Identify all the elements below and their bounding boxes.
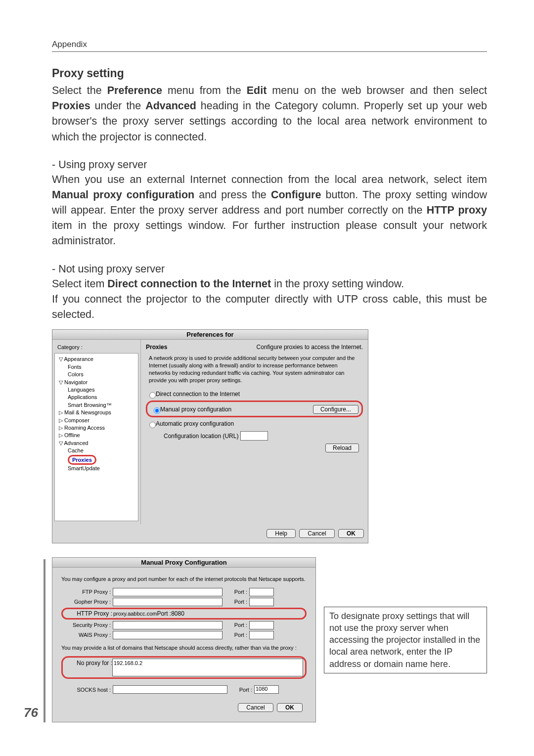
radio-input[interactable]: [154, 407, 160, 414]
page-rule: [44, 559, 45, 722]
http-label: HTTP Proxy :: [65, 610, 112, 617]
security-label: Security Proxy :: [61, 622, 113, 628]
t: Select the: [52, 85, 107, 96]
notusing-head: - Not using proxy server: [52, 263, 487, 275]
tree-item[interactable]: Colors: [57, 371, 136, 378]
configure-button[interactable]: Configure...: [313, 405, 358, 414]
radio-direct[interactable]: Direct connection to the Internet: [146, 389, 363, 400]
noproxy-input[interactable]: 192.168.0.2: [112, 659, 303, 676]
window-title: Preferences for: [52, 330, 368, 340]
ftp-port-input[interactable]: [249, 588, 274, 596]
t: in the proxy setting window.: [271, 278, 404, 290]
t: under the: [90, 100, 145, 112]
port-label: Port :: [157, 610, 171, 617]
window-title: Manual Proxy Configuration: [52, 558, 315, 568]
tree-item[interactable]: SmartUpdate: [57, 465, 136, 472]
url-input[interactable]: [240, 431, 268, 441]
t: and press the: [194, 189, 271, 201]
t: menu from the: [162, 85, 247, 96]
socks-label: SOCKS host :: [61, 687, 113, 693]
port-label: Port :: [222, 632, 249, 638]
socks-port-input[interactable]: 1080: [254, 685, 279, 694]
domains-note: You may provide a list of domains that N…: [61, 644, 307, 651]
tree-item[interactable]: ▷ Roaming Access: [57, 424, 136, 432]
pane-description: A network proxy is used to provide addit…: [146, 355, 363, 389]
ftp-input[interactable]: [113, 588, 222, 596]
ok-button[interactable]: OK: [277, 703, 303, 712]
radio-automatic[interactable]: Automatic proxy configuration: [146, 418, 363, 429]
gopher-label: Gopher Proxy :: [61, 599, 113, 605]
security-input[interactable]: [113, 621, 222, 629]
tree-item[interactable]: Smart Browsing™: [57, 401, 136, 409]
tree-item[interactable]: ▷ Mail & Newsgroups: [57, 409, 136, 416]
wais-port-input[interactable]: [249, 631, 274, 639]
radio-input[interactable]: [149, 422, 156, 428]
t: Configure: [271, 189, 321, 201]
manual-proxy-window: Manual Proxy Configuration You may confi…: [52, 557, 316, 722]
t: Advanced: [145, 100, 196, 112]
security-port-input[interactable]: [249, 621, 274, 629]
pane-subtitle: Configure proxies to access the Internet…: [257, 344, 363, 351]
socks-input[interactable]: [113, 685, 227, 694]
ftp-label: FTP Proxy :: [61, 589, 113, 595]
noproxy-label: No proxy for :: [65, 659, 112, 667]
tree-item[interactable]: Proxies: [57, 455, 136, 465]
wais-label: WAIS Proxy :: [61, 632, 113, 638]
help-button[interactable]: Help: [267, 529, 296, 538]
wais-input[interactable]: [113, 631, 222, 639]
port-label: Port :: [227, 687, 254, 693]
port-label: Port :: [222, 599, 249, 605]
tree-item[interactable]: Fonts: [57, 363, 136, 371]
port-label: Port :: [222, 622, 249, 628]
cancel-button[interactable]: Cancel: [299, 529, 334, 538]
pane-title: Proxies: [146, 344, 167, 351]
t: If you connect the projector to the comp…: [52, 293, 487, 320]
port-label: Port :: [222, 589, 249, 595]
t: menu on the web browser and then select: [267, 85, 487, 96]
http-input[interactable]: proxy.aabbcc.com: [112, 611, 157, 617]
radio-input[interactable]: [149, 392, 156, 399]
reload-button[interactable]: Reload: [325, 444, 359, 452]
t: Preference: [107, 85, 162, 96]
preferences-window: Preferences for Category : ▽ Appearance …: [52, 329, 368, 543]
intro-paragraph: Select the Preference menu from the Edit…: [52, 83, 487, 145]
t: Edit: [247, 85, 267, 96]
t: item in the proxy settings window. For f…: [52, 220, 487, 247]
using-paragraph: When you use an external Internet connec…: [52, 172, 487, 249]
tree-item[interactable]: ▽ Appearance: [57, 356, 136, 363]
url-label: Configuration location (URL): [164, 433, 238, 440]
gopher-input[interactable]: [113, 598, 222, 606]
tree-item[interactable]: Cache: [57, 447, 136, 454]
tree-item[interactable]: ▽ Navigator: [57, 379, 136, 386]
notusing-paragraph: Select item Direct connection to the Int…: [52, 276, 487, 323]
manual-intro: You may configure a proxy and port numbe…: [61, 576, 307, 582]
t: Direct connection to the Internet: [107, 278, 271, 290]
t: Proxies: [52, 100, 90, 112]
t: HTTP proxy: [427, 204, 487, 216]
category-label: Category :: [54, 343, 138, 353]
section-title: Proxy setting: [52, 67, 487, 80]
using-head: - Using proxy server: [52, 159, 487, 171]
tree-item[interactable]: ▷ Composer: [57, 417, 136, 424]
page-header: Appendix: [52, 40, 487, 52]
gopher-port-input[interactable]: [249, 598, 274, 606]
tree-item-proxies[interactable]: Proxies: [72, 457, 92, 463]
t: Select item: [52, 278, 107, 290]
cancel-button[interactable]: Cancel: [238, 703, 273, 712]
tree-item[interactable]: ▽ Advanced: [57, 440, 136, 447]
side-note: To designate proxy settings that will no…: [324, 607, 487, 673]
page-number: 76: [24, 705, 38, 720]
tree-item[interactable]: Languages: [57, 386, 136, 394]
category-tree[interactable]: ▽ Appearance Fonts Colors ▽ Navigator La…: [54, 353, 138, 521]
radio-manual[interactable]: Manual proxy configuration: [150, 404, 234, 415]
t: When you use an external Internet connec…: [52, 174, 487, 185]
t: Manual proxy configuration: [52, 189, 194, 201]
ok-button[interactable]: OK: [338, 529, 364, 538]
http-port-input[interactable]: 8080: [171, 610, 184, 617]
tree-item[interactable]: Applications: [57, 394, 136, 401]
tree-item[interactable]: ▷ Offline: [57, 432, 136, 439]
